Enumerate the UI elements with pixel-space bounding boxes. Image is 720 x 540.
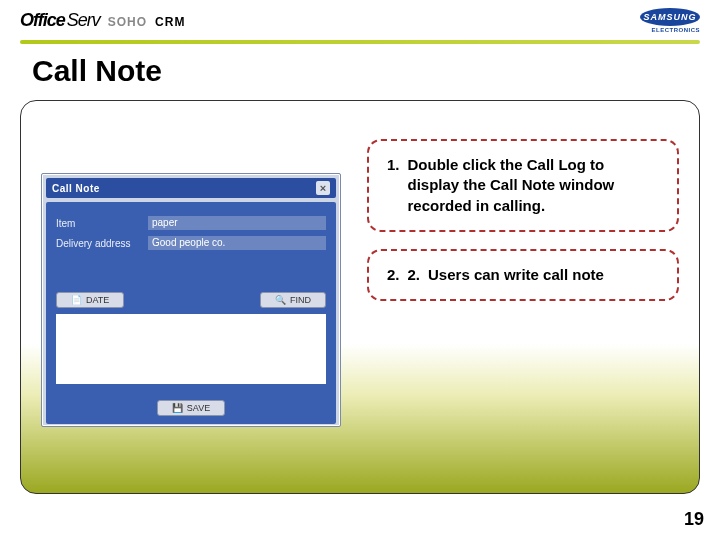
brand-logo: Office Serv SOHO CRM [20, 10, 185, 31]
vendor-sub: ELECTRONICS [640, 27, 700, 33]
brand-soho: SOHO [108, 15, 147, 29]
note-textarea[interactable] [56, 314, 326, 384]
input-delivery[interactable]: Good people co. [148, 236, 326, 250]
find-button[interactable]: 🔍 FIND [260, 292, 326, 308]
brand-crm: CRM [155, 15, 185, 29]
brand-office: Office [20, 10, 65, 31]
callout-2-num: 2. [387, 265, 400, 285]
save-icon: 💾 [172, 403, 183, 413]
content-frame: Call Note × Item paper Delivery address … [20, 100, 700, 494]
callnote-window: Call Note × Item paper Delivery address … [41, 173, 341, 427]
vendor-name: SAMSUNG [640, 8, 700, 26]
find-button-label: FIND [290, 295, 311, 305]
row-item: Item paper [56, 216, 326, 230]
page-title: Call Note [32, 54, 162, 88]
input-item[interactable]: paper [148, 216, 326, 230]
save-button[interactable]: 💾 SAVE [157, 400, 225, 416]
label-delivery: Delivery address [56, 238, 148, 249]
callout-2: 2. 2. Users can write call note [367, 249, 679, 301]
callout-1-text: Double click the Call Log to display the… [408, 155, 659, 216]
vendor-logo: SAMSUNG ELECTRONICS [640, 8, 700, 33]
save-row: 💾 SAVE [56, 400, 326, 416]
date-button-label: DATE [86, 295, 109, 305]
page-number: 19 [684, 509, 704, 530]
callout-2-text: Users can write call note [428, 265, 659, 285]
callnote-body: Item paper Delivery address Good people … [46, 202, 336, 424]
brand-serv: Serv [67, 10, 100, 31]
callnote-toolbar: 📄 DATE 🔍 FIND [56, 292, 326, 308]
callnote-title: Call Note [52, 183, 100, 194]
save-button-label: SAVE [187, 403, 210, 413]
document-icon: 📄 [71, 295, 82, 305]
slide: Office Serv SOHO CRM SAMSUNG ELECTRONICS… [0, 0, 720, 540]
header-underline [20, 40, 700, 44]
search-icon: 🔍 [275, 295, 286, 305]
header-bar: Office Serv SOHO CRM SAMSUNG ELECTRONICS [0, 0, 720, 40]
callout-1: 1. Double click the Call Log to display … [367, 139, 679, 232]
date-button[interactable]: 📄 DATE [56, 292, 124, 308]
row-delivery: Delivery address Good people co. [56, 236, 326, 250]
callout-1-num: 1. [387, 155, 400, 216]
label-item: Item [56, 218, 148, 229]
close-icon[interactable]: × [316, 181, 330, 195]
callout-2-num-inner: 2. [408, 265, 421, 285]
callnote-titlebar[interactable]: Call Note × [46, 178, 336, 198]
